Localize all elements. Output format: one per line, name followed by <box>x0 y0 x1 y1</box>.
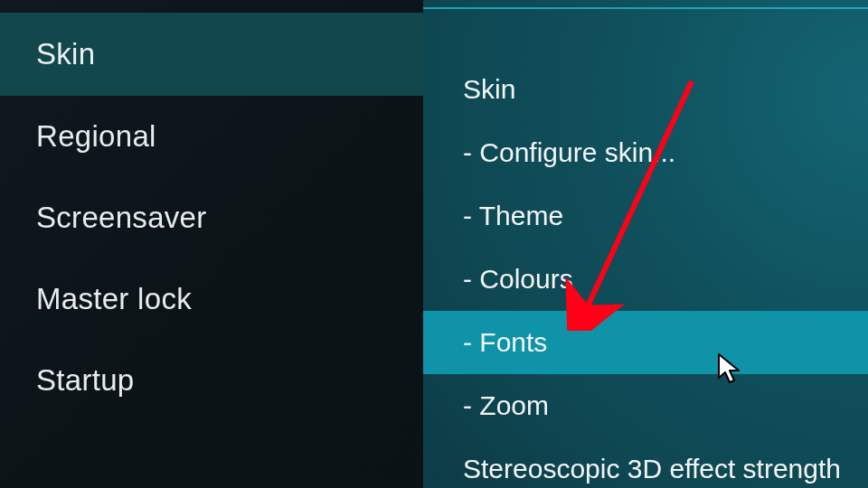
list-item-label: Stereoscopic 3D effect strength <box>463 454 841 484</box>
sidebar-item-label: Startup <box>36 363 135 398</box>
sidebar-item-label: Skin <box>36 37 95 71</box>
list-item-configure-skin[interactable]: - Configure skin... <box>423 121 868 184</box>
settings-list: Skin - Configure skin... - Theme - Colou… <box>423 0 868 488</box>
sidebar-item-regional[interactable]: Regional <box>0 96 423 177</box>
list-item-label: - Fonts <box>463 327 547 358</box>
list-item-colours[interactable]: - Colours <box>423 248 868 311</box>
list-item-label: - Zoom <box>463 390 549 421</box>
list-item-theme[interactable]: - Theme <box>423 184 868 248</box>
sidebar-item-label: Regional <box>36 119 156 154</box>
settings-window: Skin Regional Screensaver Master lock St… <box>0 0 868 488</box>
list-item-label: Skin <box>463 74 515 105</box>
list-item-label: - Configure skin... <box>463 137 675 168</box>
sidebar-item-startup[interactable]: Startup <box>0 340 423 421</box>
sidebar-item-master-lock[interactable]: Master lock <box>0 258 423 340</box>
list-item-stereoscopic-3d[interactable]: Stereoscopic 3D effect strength <box>423 437 868 488</box>
list-item-skin[interactable]: Skin <box>423 58 868 121</box>
list-item-label: - Theme <box>463 201 563 231</box>
list-item-label: - Colours <box>463 264 573 295</box>
settings-list-panel: Skin - Configure skin... - Theme - Colou… <box>423 0 868 488</box>
sidebar-item-screensaver[interactable]: Screensaver <box>0 177 423 258</box>
list-item-fonts[interactable]: - Fonts <box>423 311 868 374</box>
category-sidebar: Skin Regional Screensaver Master lock St… <box>0 0 423 488</box>
sidebar-item-skin[interactable]: Skin <box>0 13 423 96</box>
sidebar-item-label: Screensaver <box>36 201 207 235</box>
list-item-zoom[interactable]: - Zoom <box>423 374 868 437</box>
sidebar-item-label: Master lock <box>36 282 192 316</box>
